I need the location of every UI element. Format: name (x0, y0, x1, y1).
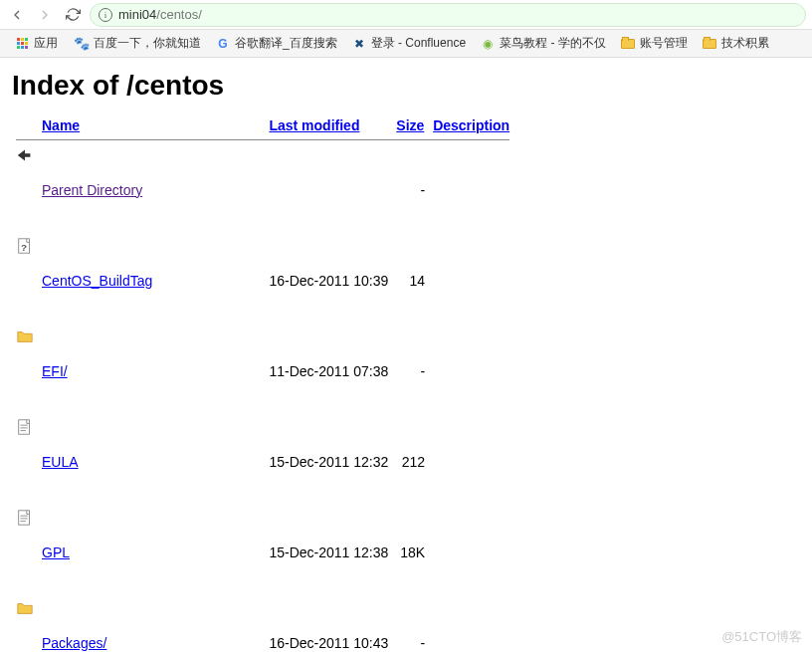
bookmark-label: 登录 - Confluence (371, 35, 466, 52)
bookmark-label: 菜鸟教程 - 学的不仅 (500, 35, 606, 52)
file-link[interactable]: CentOS_BuildTag (42, 273, 152, 289)
bookmark-icon: ◉ (480, 36, 496, 52)
folder-icon (16, 599, 34, 617)
bookmark-item[interactable]: G谷歌翻译_百度搜索 (209, 33, 343, 54)
forward-button[interactable] (34, 4, 56, 26)
col-modified[interactable]: Last modified (269, 117, 359, 133)
table-row: EFI/11-Dec-2011 07:38- (12, 326, 513, 416)
apps-grid-icon (14, 36, 30, 52)
file-listing-table: Name Last modified Size Description Pare… (12, 115, 513, 652)
bookmark-item[interactable]: ◉菜鸟教程 - 学的不仅 (474, 33, 612, 54)
bookmark-icon: ✖ (351, 36, 367, 52)
browser-toolbar: i mini04/centos/ (0, 0, 812, 30)
col-size[interactable]: Size (396, 117, 424, 133)
bookmark-icon: 🐾 (74, 36, 90, 52)
bookmark-item[interactable]: 账号管理 (614, 33, 694, 54)
file-size: - (392, 597, 429, 652)
apps-label: 应用 (34, 35, 58, 52)
file-size: 212 (392, 416, 429, 507)
file-date: 15-Dec-2011 12:32 (265, 416, 392, 507)
table-row: GPL15-Dec-2011 12:3818K (12, 507, 513, 597)
reload-button[interactable] (62, 4, 84, 26)
bookmark-item[interactable]: 技术积累 (696, 33, 775, 54)
bookmark-label: 技术积累 (721, 35, 769, 52)
bookmark-label: 百度一下，你就知道 (94, 35, 201, 52)
text-icon (16, 509, 34, 527)
file-link[interactable]: EFI/ (42, 363, 68, 379)
parent-directory-link[interactable]: Parent Directory (42, 182, 142, 198)
table-row: Parent Directory- (12, 144, 513, 235)
col-description[interactable]: Description (433, 117, 509, 133)
watermark: @51CTO博客 (721, 628, 802, 646)
unknown-icon (16, 237, 34, 255)
bookmark-label: 谷歌翻译_百度搜索 (235, 35, 337, 52)
col-name[interactable]: Name (42, 117, 80, 133)
text-icon (16, 418, 34, 436)
page-title: Index of /centos (12, 70, 800, 102)
file-date: 15-Dec-2011 12:38 (265, 507, 392, 597)
bookmarks-bar: 应用 🐾百度一下，你就知道G谷歌翻译_百度搜索✖登录 - Confluence◉… (0, 30, 812, 58)
table-row: CentOS_BuildTag16-Dec-2011 10:3914 (12, 235, 513, 326)
bookmark-icon (620, 36, 636, 52)
file-link[interactable]: Packages/ (42, 635, 106, 651)
table-row: EULA15-Dec-2011 12:32212 (12, 416, 513, 507)
bookmark-icon (702, 36, 717, 52)
bookmark-item[interactable]: ✖登录 - Confluence (345, 33, 472, 54)
file-size: 14 (392, 235, 429, 326)
file-size: 18K (392, 507, 429, 597)
folder-icon (16, 327, 34, 345)
file-link[interactable]: GPL (42, 544, 70, 560)
url-bar[interactable]: i mini04/centos/ (90, 3, 806, 27)
header-row: Name Last modified Size Description (12, 115, 513, 135)
bookmark-label: 账号管理 (640, 35, 688, 52)
apps-button[interactable]: 应用 (8, 33, 64, 54)
table-row: Packages/16-Dec-2011 10:43- (12, 597, 513, 652)
page-content: Index of /centos Name Last modified Size… (0, 58, 812, 652)
file-link[interactable]: EULA (42, 454, 79, 470)
back-icon (16, 146, 34, 164)
file-date: 16-Dec-2011 10:39 (265, 235, 392, 326)
back-button[interactable] (6, 4, 28, 26)
file-date: 16-Dec-2011 10:43 (265, 597, 392, 652)
info-icon[interactable]: i (99, 8, 112, 22)
file-date: 11-Dec-2011 07:38 (265, 326, 392, 416)
file-size: - (392, 326, 429, 416)
url-host: mini04 (118, 7, 156, 22)
bookmark-icon: G (215, 36, 231, 52)
bookmark-item[interactable]: 🐾百度一下，你就知道 (68, 33, 207, 54)
url-path: /centos/ (156, 7, 202, 22)
